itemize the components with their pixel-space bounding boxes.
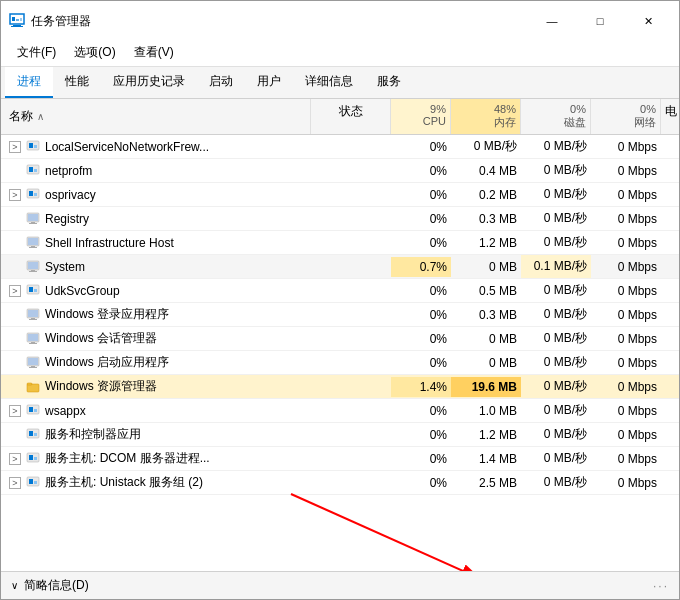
tab-users[interactable]: 用户 — [245, 67, 293, 98]
cell-cpu: 0% — [391, 353, 451, 373]
process-name-text: osprivacy — [45, 188, 96, 202]
table-row[interactable]: >osprivacy0%0.2 MB0 MB/秒0 Mbps — [1, 183, 679, 207]
svg-rect-16 — [28, 214, 38, 221]
svg-rect-21 — [31, 246, 35, 247]
cell-net: 0 Mbps — [591, 137, 661, 157]
cell-mem: 19.6 MB — [451, 377, 521, 397]
cell-disk: 0 MB/秒 — [521, 183, 591, 206]
svg-rect-32 — [31, 318, 35, 319]
header-name-label: 名称 — [9, 108, 33, 125]
cell-status — [311, 240, 391, 246]
menu-file[interactable]: 文件(F) — [9, 41, 64, 64]
maximize-button[interactable]: □ — [577, 7, 623, 35]
cell-net: 0 Mbps — [591, 185, 661, 205]
cell-cpu: 0% — [391, 305, 451, 325]
cell-disk: 0 MB/秒 — [521, 351, 591, 374]
table-row[interactable]: >UdkSvcGroup0%0.5 MB0 MB/秒0 Mbps — [1, 279, 679, 303]
header-mem[interactable]: 48% 内存 — [451, 99, 521, 134]
svg-rect-2 — [11, 26, 23, 27]
disk-label: 磁盘 — [525, 115, 586, 130]
header-status[interactable]: 状态 — [311, 99, 391, 134]
mem-label: 内存 — [455, 115, 516, 130]
menu-view[interactable]: 查看(V) — [126, 41, 182, 64]
cell-elec — [661, 432, 679, 438]
cell-name: Windows 资源管理器 — [1, 375, 311, 398]
tab-performance[interactable]: 性能 — [53, 67, 101, 98]
table-row[interactable]: Registry0%0.3 MB0 MB/秒0 Mbps — [1, 207, 679, 231]
expand-button[interactable]: > — [9, 141, 21, 153]
app-icon — [9, 13, 25, 29]
cell-cpu: 0% — [391, 209, 451, 229]
table-row[interactable]: netprofm0%0.4 MB0 MB/秒0 Mbps — [1, 159, 679, 183]
cell-mem: 0.4 MB — [451, 161, 521, 181]
menu-options[interactable]: 选项(O) — [66, 41, 123, 64]
table-row[interactable]: 服务和控制器应用0%1.2 MB0 MB/秒0 Mbps — [1, 423, 679, 447]
sort-arrow: ∧ — [37, 111, 44, 122]
tab-process[interactable]: 进程 — [5, 67, 53, 98]
header-disk[interactable]: 0% 磁盘 — [521, 99, 591, 134]
table-row[interactable]: >服务主机: Unistack 服务组 (2)0%2.5 MB0 MB/秒0 M… — [1, 471, 679, 495]
cell-net: 0 Mbps — [591, 305, 661, 325]
header-elec[interactable]: 电 — [661, 99, 679, 134]
tab-app-history[interactable]: 应用历史记录 — [101, 67, 197, 98]
process-name-text: System — [45, 260, 85, 274]
svg-rect-55 — [34, 481, 37, 484]
table-row[interactable]: Shell Infrastructure Host0%1.2 MB0 MB/秒0… — [1, 231, 679, 255]
cell-mem: 2.5 MB — [451, 473, 521, 493]
svg-rect-4 — [16, 19, 19, 21]
cell-disk: 0 MB/秒 — [521, 135, 591, 158]
svg-rect-3 — [12, 17, 15, 21]
collapse-arrow-icon[interactable]: ∨ — [11, 580, 18, 591]
cell-disk: 0 MB/秒 — [521, 303, 591, 326]
cell-mem: 0 MB — [451, 353, 521, 373]
cell-name: >服务主机: DCOM 服务器进程... — [1, 447, 311, 470]
minimize-button[interactable]: — — [529, 7, 575, 35]
cell-cpu: 1.4% — [391, 377, 451, 397]
cell-mem: 1.2 MB — [451, 425, 521, 445]
header-name[interactable]: 名称 ∧ — [1, 99, 311, 134]
tab-services[interactable]: 服务 — [365, 67, 413, 98]
expand-button[interactable]: > — [9, 453, 21, 465]
cell-name: >LocalServiceNoNetworkFrew... — [1, 136, 311, 158]
cell-disk: 0 MB/秒 — [521, 231, 591, 254]
cell-disk: 0 MB/秒 — [521, 207, 591, 230]
expand-button[interactable]: > — [9, 477, 21, 489]
cell-name: Windows 启动应用程序 — [1, 351, 311, 374]
cell-elec — [661, 168, 679, 174]
svg-rect-17 — [31, 222, 35, 223]
process-name-text: 服务主机: Unistack 服务组 (2) — [45, 474, 203, 491]
cell-elec — [661, 192, 679, 198]
process-name-text: 服务主机: DCOM 服务器进程... — [45, 450, 210, 467]
expand-button[interactable]: > — [9, 285, 21, 297]
svg-rect-22 — [29, 247, 37, 248]
expand-button[interactable]: > — [9, 189, 21, 201]
cell-name: >osprivacy — [1, 184, 311, 206]
cell-net: 0 Mbps — [591, 449, 661, 469]
table-row[interactable]: >LocalServiceNoNetworkFrew...0%0 MB/秒0 M… — [1, 135, 679, 159]
process-icon — [25, 259, 41, 275]
svg-rect-54 — [29, 479, 33, 484]
table-row[interactable]: Windows 资源管理器1.4%19.6 MB0 MB/秒0 Mbps — [1, 375, 679, 399]
cell-net: 0 Mbps — [591, 473, 661, 493]
cell-net: 0 Mbps — [591, 257, 661, 277]
cell-elec — [661, 144, 679, 150]
header-net[interactable]: 0% 网络 — [591, 99, 661, 134]
tab-details[interactable]: 详细信息 — [293, 67, 365, 98]
svg-rect-11 — [34, 169, 37, 172]
cell-mem: 1.2 MB — [451, 233, 521, 253]
header-cpu[interactable]: 9% CPU — [391, 99, 451, 134]
table-row[interactable]: Windows 启动应用程序0%0 MB0 MB/秒0 Mbps — [1, 351, 679, 375]
table-row[interactable]: >wsappx0%1.0 MB0 MB/秒0 Mbps — [1, 399, 679, 423]
tab-startup[interactable]: 启动 — [197, 67, 245, 98]
menu-bar: 文件(F) 选项(O) 查看(V) — [1, 39, 679, 67]
close-button[interactable]: ✕ — [625, 7, 671, 35]
status-label[interactable]: 简略信息(D) — [24, 577, 89, 594]
table-row[interactable]: Windows 会话管理器0%0 MB0 MB/秒0 Mbps — [1, 327, 679, 351]
table-row[interactable]: >服务主机: DCOM 服务器进程...0%1.4 MB0 MB/秒0 Mbps — [1, 447, 679, 471]
cell-elec — [661, 360, 679, 366]
cell-status — [311, 384, 391, 390]
process-icon — [25, 307, 41, 323]
table-row[interactable]: Windows 登录应用程序0%0.3 MB0 MB/秒0 Mbps — [1, 303, 679, 327]
expand-button[interactable]: > — [9, 405, 21, 417]
table-row[interactable]: System0.7%0 MB0.1 MB/秒0 Mbps — [1, 255, 679, 279]
